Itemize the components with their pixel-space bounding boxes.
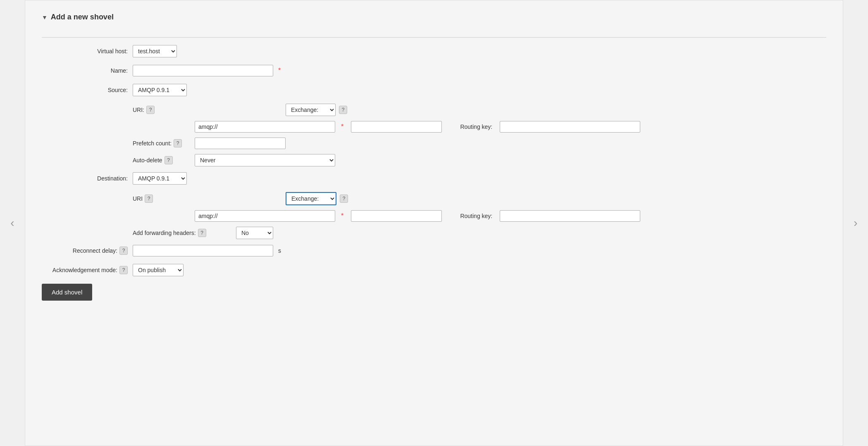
nav-arrow-left[interactable]: ‹ — [0, 0, 25, 446]
add-shovel-row: Add shovel — [42, 284, 826, 301]
reconnect-delay-unit: s — [278, 247, 281, 254]
ack-mode-label-group: Acknowledgement mode: ? — [42, 266, 133, 274]
name-required-star: * — [278, 67, 281, 74]
dest-routing-key-label: Routing key: — [446, 213, 496, 219]
source-uri-input-row: * Routing key: — [133, 121, 826, 133]
dest-exchange-value-input[interactable] — [351, 210, 442, 222]
dest-inner: URI ? Exchange: Queue: ? — [133, 192, 826, 239]
virtual-host-row: Virtual host: test.host / default — [42, 45, 826, 57]
collapse-arrow-icon[interactable]: ▼ — [42, 14, 48, 21]
dest-uri-required: * — [341, 212, 343, 220]
dest-forwarding-headers-row: Add forwarding headers: ? No Yes — [133, 227, 826, 239]
destination-row: Destination: AMQP 0.9.1 AMQP 1.0 — [42, 172, 826, 185]
reconnect-delay-input[interactable] — [133, 245, 273, 256]
virtual-host-select[interactable]: test.host / default — [133, 45, 177, 57]
source-uri-required: * — [341, 123, 343, 130]
source-auto-delete-row: Auto-delete ? Never After initial length… — [133, 154, 826, 166]
dest-forwarding-headers-label: Add forwarding headers: ? — [133, 229, 232, 237]
source-prefetch-label: Prefetch count: ? — [133, 139, 191, 147]
source-inner: URI: ? Exchange: Queue: ? — [133, 104, 826, 166]
reconnect-delay-label: Reconnect delay: — [73, 247, 117, 254]
dest-uri-help-icon[interactable]: ? — [145, 195, 153, 203]
right-arrow-icon: › — [854, 216, 857, 230]
dest-forwarding-help-icon[interactable]: ? — [198, 229, 206, 237]
source-uri-exchange-row: URI: ? Exchange: Queue: ? — [133, 104, 826, 116]
ack-mode-label: Acknowledgement mode: — [52, 267, 117, 273]
section-title: ▼ Add a new shovel — [42, 13, 114, 21]
source-uri-help-icon[interactable]: ? — [146, 106, 155, 114]
source-label: Source: — [42, 87, 133, 93]
ack-mode-row: Acknowledgement mode: ? On publish On co… — [42, 264, 826, 276]
destination-protocol-select[interactable]: AMQP 0.9.1 AMQP 1.0 — [133, 172, 187, 185]
source-uri-label: URI: ? — [133, 106, 191, 114]
name-input[interactable] — [133, 65, 273, 76]
name-control-group: * — [133, 65, 826, 76]
source-routing-key-label: Routing key: — [446, 123, 496, 130]
source-section: URI: ? Exchange: Queue: ? — [133, 104, 826, 166]
page-wrapper: ‹ ▼ Add a new shovel Virtual host: test.… — [0, 0, 868, 446]
form-body: Virtual host: test.host / default Name: … — [42, 45, 826, 308]
source-exchange-value-input[interactable] — [351, 121, 442, 133]
ack-mode-help-icon[interactable]: ? — [119, 266, 128, 274]
source-prefetch-input[interactable] — [195, 138, 286, 149]
source-auto-delete-select[interactable]: Never After initial length transferred O… — [195, 154, 335, 166]
dest-routing-key-input[interactable] — [500, 210, 640, 222]
dest-uri-label: URI ? — [133, 195, 191, 203]
reconnect-delay-row: Reconnect delay: ? s — [42, 245, 826, 256]
add-shovel-button[interactable]: Add shovel — [42, 284, 92, 301]
main-content: ▼ Add a new shovel Virtual host: test.ho… — [25, 0, 843, 446]
dest-uri-exchange-row: URI ? Exchange: Queue: ? — [133, 192, 826, 205]
source-control-group: AMQP 0.9.1 AMQP 1.0 — [133, 84, 826, 96]
reconnect-delay-help-icon[interactable]: ? — [119, 247, 128, 255]
destination-control-group: AMQP 0.9.1 AMQP 1.0 — [133, 172, 826, 185]
left-arrow-icon: ‹ — [10, 216, 14, 230]
source-row: Source: AMQP 0.9.1 AMQP 1.0 — [42, 84, 826, 96]
source-protocol-select[interactable]: AMQP 0.9.1 AMQP 1.0 — [133, 84, 187, 96]
source-exchange-help-icon[interactable]: ? — [339, 106, 347, 114]
dest-forwarding-headers-select[interactable]: No Yes — [236, 227, 273, 239]
ack-mode-control-group: On publish On confirm No ack — [133, 264, 826, 276]
source-routing-key-input[interactable] — [500, 121, 640, 133]
nav-arrow-right[interactable]: › — [843, 0, 868, 446]
page-title: Add a new shovel — [51, 13, 114, 21]
virtual-host-label: Virtual host: — [42, 48, 133, 55]
source-prefetch-help-icon[interactable]: ? — [174, 139, 182, 147]
source-exchange-select[interactable]: Exchange: Queue: — [286, 104, 336, 116]
source-prefetch-row: Prefetch count: ? — [133, 138, 826, 149]
virtual-host-control-group: test.host / default — [133, 45, 826, 57]
divider — [42, 37, 826, 38]
source-auto-delete-help-icon[interactable]: ? — [165, 156, 173, 164]
dest-uri-input-row: * Routing key: — [133, 210, 826, 222]
name-label: Name: — [42, 67, 133, 74]
source-auto-delete-label: Auto-delete ? — [133, 156, 191, 164]
dest-exchange-help-icon[interactable]: ? — [340, 195, 348, 203]
name-row: Name: * — [42, 65, 826, 76]
dest-uri-input[interactable] — [195, 210, 335, 222]
ack-mode-select[interactable]: On publish On confirm No ack — [133, 264, 184, 276]
dest-exchange-select[interactable]: Exchange: Queue: — [286, 192, 336, 205]
destination-label: Destination: — [42, 175, 133, 182]
destination-section: URI ? Exchange: Queue: ? — [133, 192, 826, 239]
reconnect-delay-control-group: s — [133, 245, 826, 256]
source-uri-input[interactable] — [195, 121, 335, 133]
section-header: ▼ Add a new shovel — [42, 13, 826, 26]
reconnect-delay-label-group: Reconnect delay: ? — [42, 247, 133, 255]
